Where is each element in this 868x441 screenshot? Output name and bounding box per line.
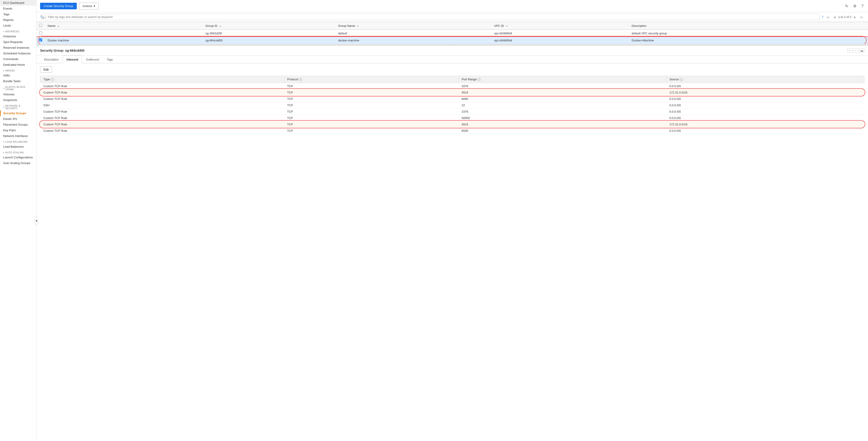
- sidebar-item-launch-configs[interactable]: Launch Configurations: [0, 155, 36, 160]
- view-icons: ▪ ▫ ▬: [847, 48, 864, 53]
- table-row[interactable]: Docker machinesg-664cdd00docker-machinev…: [36, 37, 868, 44]
- sidebar-item-load-balancers[interactable]: Load Balancers: [0, 144, 36, 149]
- settings-button[interactable]: ⚙: [852, 3, 857, 9]
- inbound-col-portrange: Port Rangei: [458, 76, 666, 83]
- inbound-cell-protocol: TCP: [284, 102, 458, 108]
- row-checkbox-1[interactable]: [39, 38, 42, 41]
- col-group-name[interactable]: Group Name ▼: [335, 22, 491, 30]
- help-button[interactable]: ?: [861, 3, 864, 9]
- info-icon: i: [51, 78, 54, 81]
- inbound-cell-type: Custom TCP Rule: [40, 121, 284, 128]
- sidebar-item-dedicated-hosts[interactable]: Dedicated Hosts: [0, 62, 36, 68]
- tab-tags[interactable]: Tags: [103, 56, 117, 63]
- sidebar-item-limits[interactable]: Limits: [0, 23, 36, 28]
- last-page-button[interactable]: ⏭: [859, 15, 864, 19]
- sidebar-item-bundle-tasks[interactable]: Bundle Tasks: [0, 78, 36, 84]
- edit-button[interactable]: Edit: [40, 66, 52, 73]
- inbound-cell-protocol: TCP: [284, 108, 458, 115]
- sidebar-item-security-groups[interactable]: Security Groups: [0, 110, 36, 116]
- search-bar: 🔍 ? ⏮ ◀ 1 to 2 of 2 ▶ ⏭: [36, 12, 868, 22]
- inbound-rule-row[interactable]: Custom TCP RuleTCP33760.0.0.0/0: [40, 83, 864, 89]
- sidebar-item-volumes[interactable]: Volumes: [0, 92, 36, 97]
- sidebar-item-ec2-dashboard[interactable]: EC2 Dashboard: [0, 0, 36, 6]
- inbound-rule-row[interactable]: Custom TCP RuleTCP85000.0.0.0/0: [40, 128, 864, 134]
- inbound-col-source: Sourcei: [666, 76, 864, 83]
- sidebar: EC2 DashboardEventsTagsReportsLimits INS…: [0, 0, 36, 441]
- inbound-cell-type: SSH: [40, 102, 284, 108]
- sidebar-item-events[interactable]: Events: [0, 6, 36, 11]
- view-icon-3[interactable]: ▬: [859, 48, 864, 53]
- group-name-sort-icon: ▼: [357, 25, 359, 27]
- sidebar-item-commands[interactable]: Commands: [0, 56, 36, 62]
- create-security-group-button[interactable]: Create Security Group: [40, 3, 77, 9]
- tab-outbound[interactable]: Outbound: [82, 56, 103, 63]
- detail-panel: Security Group: sg-664cdd00 ▪ ▫ ▬ Descri…: [36, 46, 868, 441]
- sidebar-item-placement-groups[interactable]: Placement Groups: [0, 122, 36, 128]
- sidebar-section-elastic-block-store: ELASTIC BLOCK STORE: [0, 84, 36, 92]
- sidebar-item-amis[interactable]: AMIs: [0, 73, 36, 78]
- sidebar-item-scheduled-instances[interactable]: Scheduled Instances: [0, 50, 36, 56]
- cell-name: Docker machine: [45, 37, 203, 44]
- inbound-rule-row[interactable]: Custom TCP RuleTCP23760.0.0.0/0: [40, 108, 864, 115]
- view-icon-1[interactable]: ▪: [847, 48, 852, 53]
- sidebar-item-elastic-ips[interactable]: Elastic IPs: [0, 116, 36, 122]
- actions-button[interactable]: Actions ▾: [79, 2, 99, 9]
- sidebar-item-key-pairs[interactable]: Key Pairs: [0, 128, 36, 133]
- row-checkbox-0[interactable]: [39, 31, 42, 34]
- inbound-cell-port_range: 4523: [458, 121, 666, 128]
- inbound-col-protocol: Protocoli: [284, 76, 458, 83]
- sidebar-item-auto-scaling-groups[interactable]: Auto Scaling Groups: [0, 160, 36, 166]
- resize-handle[interactable]: · · ·: [36, 44, 868, 46]
- sidebar-item-reports[interactable]: Reports: [0, 17, 36, 23]
- inbound-cell-protocol: TCP: [284, 121, 458, 128]
- search-input[interactable]: [41, 14, 820, 20]
- next-page-button[interactable]: ▶: [853, 15, 858, 19]
- col-vpc-id[interactable]: VPC ID ▼: [491, 22, 629, 30]
- inbound-rule-row[interactable]: SSHTCP220.0.0.0/0: [40, 102, 864, 108]
- inbound-cell-type: Custom TCP Rule: [40, 96, 284, 102]
- tab-inbound[interactable]: Inbound: [63, 56, 82, 63]
- sidebar-toggle[interactable]: ◀: [35, 217, 38, 224]
- cell-group_id: sg-664cdd00: [203, 37, 336, 44]
- inbound-cell-source: 172.31.0.0/16: [666, 89, 864, 96]
- sidebar-item-spot-requests[interactable]: Spot Requests: [0, 39, 36, 45]
- cell-group_name: docker-machine: [335, 37, 491, 44]
- inbound-cell-protocol: TCP: [284, 89, 458, 96]
- col-name[interactable]: Name ▲: [45, 22, 203, 30]
- cell-vpc_id: vpc-b04bf0d4: [491, 37, 629, 44]
- table-header-row: Name ▲ Group ID ▲ Group Name ▼ VPC ID ▼ …: [36, 22, 868, 30]
- inbound-cell-protocol: TCP: [284, 83, 458, 89]
- inbound-rule-row[interactable]: Custom TCP RuleTCP80800.0.0.0/0: [40, 96, 864, 102]
- inbound-rule-row[interactable]: Custom TCP RuleTCP4524172.31.0.0/16: [40, 89, 864, 96]
- sidebar-item-tags[interactable]: Tags: [0, 11, 36, 17]
- detail-header: Security Group: sg-664cdd00 ▪ ▫ ▬: [36, 46, 868, 56]
- search-help-icon[interactable]: ?: [822, 15, 823, 19]
- inbound-rule-row[interactable]: Custom TCP RuleTCP4523172.31.0.0/16: [40, 121, 864, 128]
- inbound-rule-row[interactable]: Custom TCP RuleTCP500000.0.0.0/0: [40, 115, 864, 121]
- sidebar-item-reserved-instances[interactable]: Reserved Instances: [0, 45, 36, 50]
- select-all-checkbox[interactable]: [39, 24, 42, 27]
- table-row[interactable]: sg-3942d35fdefaultvpc-b04bf0d4default VP…: [36, 30, 868, 37]
- inbound-cell-source: 0.0.0.0/0: [666, 96, 864, 102]
- inbound-cell-source: 0.0.0.0/0: [666, 83, 864, 89]
- view-icon-2[interactable]: ▫: [854, 48, 859, 53]
- sidebar-item-snapshots[interactable]: Snapshots: [0, 97, 36, 103]
- inbound-cell-source: 0.0.0.0/0: [666, 128, 864, 134]
- sidebar-item-network-interfaces[interactable]: Network Interfaces: [0, 133, 36, 139]
- group-id-sort-icon: ▲: [219, 25, 221, 27]
- info-icon: i: [477, 78, 481, 81]
- col-group-id[interactable]: Group ID ▲: [203, 22, 336, 30]
- inbound-cell-type: Custom TCP Rule: [40, 89, 284, 96]
- inbound-cell-protocol: TCP: [284, 115, 458, 121]
- actions-label: Actions: [83, 4, 92, 8]
- cell-name: [45, 30, 203, 37]
- refresh-button[interactable]: ↻: [844, 3, 849, 9]
- first-page-button[interactable]: ⏮: [825, 15, 831, 19]
- detail-tabs: DescriptionInboundOutboundTags: [36, 56, 868, 63]
- search-icon: 🔍: [40, 15, 44, 19]
- prev-page-button[interactable]: ◀: [832, 15, 837, 19]
- inbound-cell-port_range: 8080: [458, 96, 666, 102]
- sidebar-item-instances[interactable]: Instances: [0, 33, 36, 39]
- col-description[interactable]: Description: [629, 22, 868, 30]
- tab-description[interactable]: Description: [40, 56, 63, 63]
